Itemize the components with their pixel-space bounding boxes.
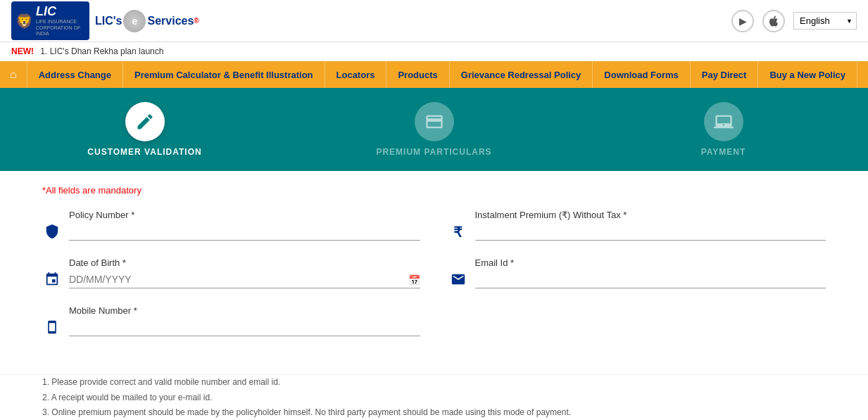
step-payment: PAYMENT xyxy=(579,102,868,157)
eservices-circle-icon: e xyxy=(123,10,146,32)
logo-area: 🦁 LIC LIFE INSURANCE CORPORATION OF INDI… xyxy=(11,1,199,39)
nav-item-pay-direct[interactable]: Pay Direct xyxy=(691,61,759,88)
form-row-3: Mobile Number * xyxy=(42,305,826,336)
dob-field: Date of Birth * 📅 xyxy=(69,257,420,288)
mobile-input[interactable] xyxy=(69,319,420,336)
step-3-circle xyxy=(704,102,743,141)
calendar-picker-icon[interactable]: 📅 xyxy=(408,274,420,286)
form-area: *All fields are mandatory Policy Number … xyxy=(0,171,868,374)
nav-item-locators[interactable]: Locators xyxy=(325,61,387,88)
mobile-group: Mobile Number * xyxy=(42,305,420,336)
nav-item-grievance[interactable]: Grievance Redressal Policy xyxy=(450,61,593,88)
policy-number-input[interactable] xyxy=(69,223,420,241)
step-1-label: CUSTOMER VALIDATION xyxy=(87,147,201,157)
ticker-bar: NEW! 1. LIC's Dhan Rekha plan launch xyxy=(0,42,868,61)
eservices-text: LIC's xyxy=(95,15,122,27)
trademark-icon: ® xyxy=(194,17,199,25)
lic-logo: 🦁 LIC LIFE INSURANCE CORPORATION OF INDI… xyxy=(11,1,89,39)
lic-subtext: LIFE INSURANCE CORPORATION OF INDIA xyxy=(36,19,85,37)
nav-item-premium-calculator[interactable]: Premium Calculator & Benefit Illustratio… xyxy=(123,61,325,88)
dob-input[interactable] xyxy=(69,271,420,288)
nav-item-download-forms[interactable]: Download Forms xyxy=(593,61,690,88)
step-3-label: PAYMENT xyxy=(701,147,746,157)
ticker-new-label: NEW! xyxy=(11,46,34,56)
language-selector[interactable]: English Hindi xyxy=(793,12,857,30)
dob-group: Date of Birth * 📅 xyxy=(42,257,420,288)
email-input[interactable] xyxy=(475,271,826,288)
note-2: 2. A receipt would be mailed to your e-m… xyxy=(42,390,826,406)
notes-area: 1. Please provide correct and valid mobi… xyxy=(0,374,868,420)
email-field: Email Id * xyxy=(475,257,826,288)
mobile-icon xyxy=(42,319,62,335)
apple-button[interactable] xyxy=(762,10,785,32)
home-icon: ⌂ xyxy=(10,68,17,81)
policy-number-group: Policy Number * xyxy=(42,210,420,241)
step-1-circle xyxy=(125,102,165,141)
policy-number-label: Policy Number * xyxy=(69,210,420,220)
empty-col xyxy=(448,305,826,336)
email-icon xyxy=(448,272,468,287)
nav-item-products[interactable]: Products xyxy=(386,61,449,88)
card-icon xyxy=(424,112,444,132)
instalment-premium-input[interactable] xyxy=(475,223,826,241)
instalment-premium-group: ₹ Instalment Premium (₹) Without Tax * xyxy=(448,210,826,241)
note-3: 3. Online premium payment should be made… xyxy=(42,405,826,420)
nav-item-buy-policy[interactable]: Buy a New Policy xyxy=(758,61,857,88)
dob-label: Date of Birth * xyxy=(69,257,420,268)
dob-calendar-icon xyxy=(42,272,62,287)
form-row-1: Policy Number * ₹ Instalment Premium (₹)… xyxy=(42,210,826,241)
mobile-field: Mobile Number * xyxy=(69,305,420,336)
policy-number-field: Policy Number * xyxy=(69,210,420,241)
play-button[interactable]: ▶ xyxy=(731,10,754,32)
form-row-2: Date of Birth * 📅 Email Id * xyxy=(42,257,826,288)
mandatory-note: *All fields are mandatory xyxy=(42,185,826,196)
ticker-message: 1. LIC's Dhan Rekha plan launch xyxy=(40,46,163,56)
instalment-premium-field: Instalment Premium (₹) Without Tax * xyxy=(475,210,826,241)
header: 🦁 LIC LIFE INSURANCE CORPORATION OF INDI… xyxy=(0,0,868,42)
step-2-label: PREMIUM PARTICULARS xyxy=(376,147,491,157)
eservices-logo: LIC's e Services ® xyxy=(95,10,199,32)
step-premium-particulars: PREMIUM PARTICULARS xyxy=(289,102,579,157)
email-label: Email Id * xyxy=(475,257,826,268)
nav-home-button[interactable]: ⌂ xyxy=(0,61,27,88)
monitor-icon xyxy=(714,112,734,132)
mobile-label: Mobile Number * xyxy=(69,305,420,316)
policy-shield-icon xyxy=(42,224,62,239)
eservices-suffix: Services xyxy=(147,15,194,27)
instalment-premium-label: Instalment Premium (₹) Without Tax * xyxy=(475,210,826,220)
nav-item-address-change[interactable]: Address Change xyxy=(27,61,123,88)
email-group: Email Id * xyxy=(448,257,826,288)
lic-text: LIC xyxy=(36,4,85,19)
step-customer-validation: CUSTOMER VALIDATION xyxy=(0,102,289,157)
header-right: ▶ English Hindi xyxy=(731,10,857,32)
rupee-icon: ₹ xyxy=(448,224,468,241)
steps-bar: CUSTOMER VALIDATION PREMIUM PARTICULARS … xyxy=(0,88,868,171)
apple-icon xyxy=(767,15,780,27)
nav-bar: ⌂ Address Change Premium Calculator & Be… xyxy=(0,61,868,88)
note-1: 1. Please provide correct and valid mobi… xyxy=(42,375,826,390)
dob-input-wrapper: 📅 xyxy=(69,271,420,288)
lic-emblem-icon: 🦁 xyxy=(15,13,33,30)
nav-item-finan[interactable]: Finan... xyxy=(857,61,868,88)
step-2-circle xyxy=(415,102,454,141)
language-select[interactable]: English Hindi xyxy=(793,12,857,30)
edit-icon xyxy=(135,112,155,132)
